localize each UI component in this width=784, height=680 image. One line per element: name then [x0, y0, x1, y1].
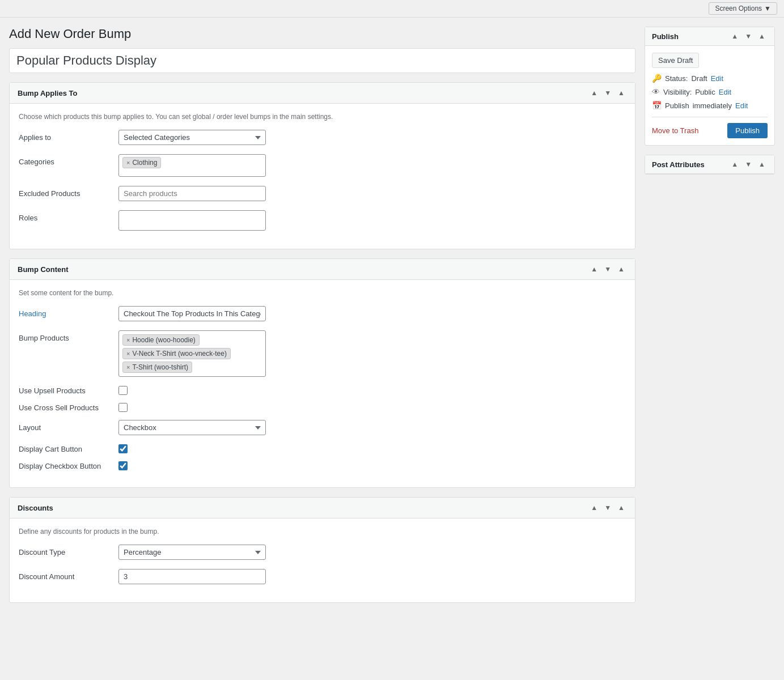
- status-row: 🔑 Status: Draft Edit: [652, 74, 768, 83]
- use-cross-sell-checkbox[interactable]: [118, 403, 128, 412]
- publish-calendar-icon: 📅: [652, 101, 662, 110]
- use-cross-sell-row: Use Cross Sell Products: [19, 403, 626, 412]
- discount-amount-row: Discount Amount: [19, 569, 626, 584]
- bump-applies-to-collapse-up[interactable]: ▲: [588, 88, 600, 97]
- bump-content-collapse-up[interactable]: ▲: [588, 265, 600, 274]
- excluded-products-row: Excluded Products: [19, 186, 626, 201]
- discounts-panel: Discounts ▲ ▼ ▲ Define any discounts for…: [9, 497, 635, 603]
- excluded-products-control: [118, 186, 266, 201]
- visibility-label: Visibility:: [663, 88, 692, 96]
- publish-label: Publish: [665, 101, 689, 110]
- status-value: Draft: [691, 74, 707, 83]
- layout-control: Checkbox Popup Slide-in: [118, 420, 266, 435]
- visibility-icon: 👁: [652, 87, 660, 96]
- status-edit-link[interactable]: Edit: [711, 74, 723, 83]
- excluded-products-input[interactable]: [118, 186, 266, 201]
- save-draft-button[interactable]: Save Draft: [652, 53, 699, 68]
- bump-products-tag-input[interactable]: × Hoodie (woo-hoodie) × V-Neck T-Shirt (…: [118, 330, 266, 377]
- use-cross-sell-label: Use Cross Sell Products: [19, 403, 109, 412]
- discount-amount-control: [118, 569, 266, 584]
- publish-panel-collapse-up[interactable]: ▲: [729, 32, 740, 41]
- category-tag-clothing-remove[interactable]: ×: [126, 159, 130, 166]
- bump-applies-to-panel: Bump Applies To ▲ ▼ ▲ Choose which produ…: [9, 82, 635, 249]
- publish-immediately: immediately: [693, 101, 732, 110]
- publish-panel-header: Publish ▲ ▼ ▲: [645, 27, 774, 46]
- categories-tag-input[interactable]: × Clothing: [118, 154, 266, 177]
- categories-control: × Clothing: [118, 154, 266, 177]
- discounts-collapse-up[interactable]: ▲: [588, 503, 600, 512]
- bump-content-collapse-down[interactable]: ▼: [602, 265, 613, 274]
- bump-applies-to-desc: Choose which products this bump applies …: [19, 113, 626, 121]
- discount-type-control: Percentage Fixed Amount None: [118, 545, 266, 560]
- visibility-row: 👁 Visibility: Public Edit: [652, 87, 768, 96]
- post-attributes-collapse-down[interactable]: ▼: [743, 160, 754, 169]
- bump-product-tag-tshirt-label: T-Shirt (woo-tshirt): [132, 363, 188, 371]
- discounts-body: Define any discounts for products in the…: [10, 518, 635, 602]
- bump-product-tag-vneck: × V-Neck T-Shirt (woo-vneck-tee): [122, 348, 231, 359]
- heading-row: Heading: [19, 306, 626, 321]
- heading-input[interactable]: [118, 306, 266, 321]
- discount-amount-input[interactable]: [118, 569, 266, 584]
- bump-product-tag-hoodie-label: Hoodie (woo-hoodie): [132, 336, 195, 344]
- publish-button[interactable]: Publish: [727, 123, 768, 138]
- categories-label: Categories: [19, 154, 109, 166]
- discount-type-select[interactable]: Percentage Fixed Amount None: [118, 545, 266, 560]
- bump-applies-to-collapse-down[interactable]: ▼: [602, 88, 613, 97]
- roles-input-box[interactable]: [118, 210, 266, 231]
- post-attributes-collapse-up[interactable]: ▲: [729, 160, 740, 169]
- discounts-header: Discounts ▲ ▼ ▲: [10, 498, 635, 518]
- screen-options-label: Screen Options: [715, 5, 762, 12]
- bump-product-tag-vneck-remove[interactable]: ×: [126, 350, 130, 357]
- roles-label: Roles: [19, 210, 109, 222]
- publish-panel-minimize[interactable]: ▲: [756, 32, 768, 41]
- category-tag-clothing-label: Clothing: [132, 159, 157, 167]
- bump-products-label: Bump Products: [19, 330, 109, 342]
- status-label: Status:: [665, 74, 688, 83]
- discounts-desc: Define any discounts for products in the…: [19, 528, 626, 536]
- visibility-value: Public: [695, 88, 715, 96]
- display-cart-checkbox[interactable]: [118, 444, 128, 453]
- use-upsell-checkbox[interactable]: [118, 386, 128, 395]
- post-attributes-controls: ▲ ▼ ▲: [729, 160, 768, 169]
- sidebar: Publish ▲ ▼ ▲ Save Draft 🔑 Status: Draft…: [645, 27, 775, 184]
- roles-control: [118, 210, 266, 231]
- bump-applies-to-minimize[interactable]: ▲: [616, 88, 627, 97]
- layout-row: Layout Checkbox Popup Slide-in: [19, 420, 626, 435]
- discounts-controls: ▲ ▼ ▲: [588, 503, 627, 512]
- layout-select[interactable]: Checkbox Popup Slide-in: [118, 420, 266, 435]
- display-checkbox-checkbox[interactable]: [118, 461, 128, 470]
- discounts-collapse-down[interactable]: ▼: [602, 503, 613, 512]
- publish-time-row: 📅 Publish immediately Edit: [652, 101, 768, 110]
- publish-time-edit-link[interactable]: Edit: [735, 101, 748, 110]
- use-upsell-label: Use Upsell Products: [19, 386, 109, 395]
- display-cart-label: Display Cart Button: [19, 445, 109, 453]
- bump-content-minimize[interactable]: ▲: [616, 265, 627, 274]
- heading-control: [118, 306, 266, 321]
- visibility-edit-link[interactable]: Edit: [719, 88, 731, 96]
- bump-product-tag-tshirt: × T-Shirt (woo-tshirt): [122, 362, 192, 373]
- applies-to-select[interactable]: Selected Categories All Products Specifi…: [118, 130, 266, 145]
- bump-product-tag-hoodie-remove[interactable]: ×: [126, 337, 130, 343]
- bump-products-row: Bump Products × Hoodie (woo-hoodie) × V-…: [19, 330, 626, 377]
- category-tag-clothing: × Clothing: [122, 157, 161, 168]
- use-upsell-row: Use Upsell Products: [19, 386, 626, 395]
- publish-actions: Move to Trash Publish: [652, 117, 768, 138]
- heading-label: Heading: [19, 306, 109, 318]
- publish-panel: Publish ▲ ▼ ▲ Save Draft 🔑 Status: Draft…: [645, 27, 775, 146]
- status-icon: 🔑: [652, 74, 662, 83]
- discount-amount-label: Discount Amount: [19, 569, 109, 581]
- bump-content-panel: Bump Content ▲ ▼ ▲ Set some content for …: [9, 258, 635, 488]
- post-attributes-minimize[interactable]: ▲: [756, 160, 768, 169]
- publish-panel-controls: ▲ ▼ ▲: [729, 32, 768, 41]
- excluded-products-label: Excluded Products: [19, 186, 109, 198]
- applies-to-control: Selected Categories All Products Specifi…: [118, 130, 266, 145]
- screen-options-button[interactable]: Screen Options ▼: [709, 2, 777, 15]
- display-checkbox-label: Display Checkbox Button: [19, 462, 109, 470]
- bump-product-tag-tshirt-remove[interactable]: ×: [126, 364, 130, 371]
- discounts-minimize[interactable]: ▲: [616, 503, 627, 512]
- post-title-input[interactable]: [9, 48, 635, 73]
- publish-panel-collapse-down[interactable]: ▼: [743, 32, 754, 41]
- bump-products-control: × Hoodie (woo-hoodie) × V-Neck T-Shirt (…: [118, 330, 266, 377]
- display-checkbox-row: Display Checkbox Button: [19, 461, 626, 470]
- move-to-trash-link[interactable]: Move to Trash: [652, 126, 698, 135]
